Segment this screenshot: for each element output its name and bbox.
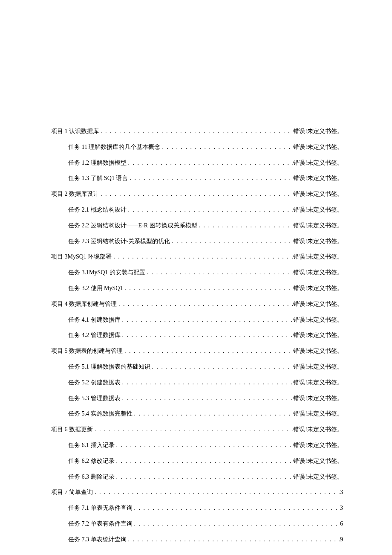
toc-entry-page: 错误!未定义书签。 xyxy=(293,426,343,433)
toc-entry-title: 任务 7.1 单表无条件查询 xyxy=(68,505,133,512)
toc-entry[interactable]: 任务 3.2 使用 MySQ1. . . . . . . . . . . . .… xyxy=(51,281,343,296)
toc-entry-title: 项目 7 简单查询 xyxy=(51,489,93,496)
toc-entry-title: 任务 1.2 理解数据模型 xyxy=(68,160,127,167)
toc-entry[interactable]: 任务 6.3 删除记录. . . . . . . . . . . . . . .… xyxy=(51,469,343,485)
toc-entry-page: 错误!未定义书签。 xyxy=(293,442,343,449)
toc-entry[interactable]: 任务 4.1 创建数据库. . . . . . . . . . . . . . … xyxy=(51,312,343,328)
toc-entry-title: 任务 11 理解数据库的几个基本概念 xyxy=(68,144,160,151)
toc-entry-page: 错误!未定义书签。 xyxy=(293,363,343,371)
toc-entry-title: 任务 6.3 删除记录 xyxy=(68,474,115,481)
toc-entry[interactable]: 任务 1.3 了解 SQ1 语言. . . . . . . . . . . . … xyxy=(51,171,343,186)
toc-entry-title: 任务 7.3 单表统计查询 xyxy=(68,536,127,543)
toc-entry-page: 3 xyxy=(340,505,343,512)
toc-leader-dots: . . . . . . . . . . . . . . . . . . . . … xyxy=(150,363,294,371)
toc-entry[interactable]: 任务 6.1 插入记录. . . . . . . . . . . . . . .… xyxy=(51,438,343,453)
toc-entry-page: 错误!未定义书签。 xyxy=(293,206,343,214)
toc-entry[interactable]: 项目 5 数据表的创建与管理. . . . . . . . . . . . . … xyxy=(51,343,343,359)
toc-entry-title: 任务 5.2 创建数据表 xyxy=(68,379,121,386)
toc-leader-dots: . . . . . . . . . . . . . . . . . . . . … xyxy=(115,458,294,465)
toc-entry-page: 错误!未定义书签。 xyxy=(293,379,343,386)
toc-entry-title: 任务 3.1MySQ1 的安装与配置 xyxy=(68,269,145,276)
toc-entry-page: 错误!未定义书签。 xyxy=(293,222,343,230)
toc-entry[interactable]: 项目 1 认识数据库. . . . . . . . . . . . . . . … xyxy=(51,124,343,139)
toc-leader-dots: . . . . . . . . . . . . . . . . . . . . … xyxy=(99,128,293,135)
toc-leader-dots: . . . . . . . . . . . . . . . . . . . . … xyxy=(197,222,294,230)
toc-entry-title: 项目 3MySQ1 环境部署 xyxy=(51,253,112,261)
toc-entry-page: 错误!未定义书签。 xyxy=(293,332,343,339)
toc-entry-page: 错误!未定义书签。 xyxy=(293,301,343,308)
toc-entry[interactable]: 任务 2.2 逻辑结构设计——E-R 图转换成关系模型. . . . . . .… xyxy=(51,218,343,234)
toc-entry-title: 任务 3.2 使用 MySQ1 xyxy=(68,285,123,292)
toc-entry-title: 任务 4.1 创建数据库 xyxy=(68,317,121,324)
toc-entry-title: 项目 1 认识数据库 xyxy=(51,128,99,135)
toc-entry[interactable]: 任务 4.2 管理数据库. . . . . . . . . . . . . . … xyxy=(51,328,343,343)
toc-entry-page: 3 xyxy=(340,489,343,496)
toc-container: 项目 1 认识数据库. . . . . . . . . . . . . . . … xyxy=(0,0,392,548)
toc-leader-dots: . . . . . . . . . . . . . . . . . . . . … xyxy=(121,379,294,386)
toc-entry[interactable]: 任务 7.2 单表有条件查询. . . . . . . . . . . . . … xyxy=(51,516,343,532)
toc-entry-title: 任务 1.3 了解 SQ1 语言 xyxy=(68,175,128,182)
toc-entry-page: 错误!未定义书签。 xyxy=(293,128,343,135)
toc-entry-title: 任务 5.3 管理数据表 xyxy=(68,395,121,402)
toc-entry[interactable]: 任务 6.2 修改记录. . . . . . . . . . . . . . .… xyxy=(51,453,343,469)
toc-entry-page: 错误!未定义书签。 xyxy=(293,160,343,167)
toc-leader-dots: . . . . . . . . . . . . . . . . . . . . … xyxy=(115,442,294,449)
toc-leader-dots: . . . . . . . . . . . . . . . . . . . . … xyxy=(133,410,294,418)
toc-entry[interactable]: 项目 6 数据更新. . . . . . . . . . . . . . . .… xyxy=(51,422,343,438)
toc-entry-page: 错误!未定义书签。 xyxy=(293,191,343,198)
toc-entry-page: 错误!未定义书签。 xyxy=(293,317,343,324)
toc-entry[interactable]: 任务 2.3 逻辑结构设计-关系模型的优化. . . . . . . . . .… xyxy=(51,234,343,250)
toc-leader-dots: . . . . . . . . . . . . . . . . . . . . … xyxy=(145,269,293,276)
toc-entry[interactable]: 任务 5.3 管理数据表. . . . . . . . . . . . . . … xyxy=(51,391,343,407)
toc-entry[interactable]: 项目 2 数据库设计. . . . . . . . . . . . . . . … xyxy=(51,186,343,202)
toc-entry-page: 错误!未定义书签。 xyxy=(293,253,343,261)
toc-entry-page: 错误!未定义书签。 xyxy=(293,458,343,465)
toc-entry-page: 错误!未定义书签。 xyxy=(293,395,343,402)
toc-entry-title: 项目 2 数据库设计 xyxy=(51,191,99,198)
toc-entry-title: 项目 6 数据更新 xyxy=(51,426,93,433)
toc-entry-page: 6 xyxy=(340,520,343,528)
toc-leader-dots: . . . . . . . . . . . . . . . . . . . . … xyxy=(127,160,294,167)
toc-entry[interactable]: 项目 3MySQ1 环境部署. . . . . . . . . . . . . … xyxy=(51,249,343,265)
toc-entry[interactable]: 任务 2.1 概念结构设计. . . . . . . . . . . . . .… xyxy=(51,202,343,218)
toc-leader-dots: . . . . . . . . . . . . . . . . . . . . … xyxy=(93,489,340,496)
toc-leader-dots: . . . . . . . . . . . . . . . . . . . . … xyxy=(112,253,293,261)
toc-entry[interactable]: 项目 7 简单查询. . . . . . . . . . . . . . . .… xyxy=(51,485,343,500)
toc-entry-title: 任务 6.2 修改记录 xyxy=(68,458,115,465)
toc-entry-title: 任务 5.4 实施数据完整性 xyxy=(68,410,133,418)
toc-entry-title: 任务 2.1 概念结构设计 xyxy=(68,206,127,214)
toc-leader-dots: . . . . . . . . . . . . . . . . . . . . … xyxy=(127,536,340,543)
toc-leader-dots: . . . . . . . . . . . . . . . . . . . . … xyxy=(121,395,294,402)
toc-entry-title: 任务 4.2 管理数据库 xyxy=(68,332,121,339)
toc-entry-page: 错误!未定义书签。 xyxy=(293,348,343,355)
toc-leader-dots: . . . . . . . . . . . . . . . . . . . . … xyxy=(127,206,294,214)
toc-entry-page: 9 xyxy=(340,536,343,543)
toc-entry[interactable]: 任务 11 理解数据库的几个基本概念. . . . . . . . . . . … xyxy=(51,139,343,155)
toc-entry-title: 项目 5 数据表的创建与管理 xyxy=(51,348,123,355)
toc-entry[interactable]: 任务 5.4 实施数据完整性. . . . . . . . . . . . . … xyxy=(51,406,343,422)
toc-leader-dots: . . . . . . . . . . . . . . . . . . . . … xyxy=(170,238,293,245)
toc-leader-dots: . . . . . . . . . . . . . . . . . . . . … xyxy=(123,285,293,292)
toc-entry[interactable]: 任务 7.1 单表无条件查询. . . . . . . . . . . . . … xyxy=(51,500,343,516)
toc-leader-dots: . . . . . . . . . . . . . . . . . . . . … xyxy=(99,191,293,198)
toc-leader-dots: . . . . . . . . . . . . . . . . . . . . … xyxy=(160,144,293,151)
toc-entry[interactable]: 任务 3.1MySQ1 的安装与配置. . . . . . . . . . . … xyxy=(51,265,343,281)
toc-entry[interactable]: 任务 5.2 创建数据表. . . . . . . . . . . . . . … xyxy=(51,375,343,391)
toc-entry[interactable]: 项目 4 数据库创建与管理. . . . . . . . . . . . . .… xyxy=(51,296,343,312)
toc-leader-dots: . . . . . . . . . . . . . . . . . . . . … xyxy=(115,474,294,481)
toc-entry[interactable]: 任务 1.2 理解数据模型. . . . . . . . . . . . . .… xyxy=(51,155,343,171)
toc-entry-title: 任务 2.3 逻辑结构设计-关系模型的优化 xyxy=(68,238,170,245)
toc-entry-title: 任务 7.2 单表有条件查询 xyxy=(68,520,133,528)
toc-leader-dots: . . . . . . . . . . . . . . . . . . . . … xyxy=(93,426,293,433)
toc-entry-page: 错误!未定义书签。 xyxy=(293,474,343,481)
toc-entry-page: 错误!未定义书签。 xyxy=(293,144,343,151)
toc-leader-dots: . . . . . . . . . . . . . . . . . . . . … xyxy=(123,348,293,355)
toc-entry[interactable]: 任务 5.1 理解数据表的基础知识. . . . . . . . . . . .… xyxy=(51,359,343,375)
toc-entry-title: 任务 5.1 理解数据表的基础知识 xyxy=(68,363,150,371)
toc-entry-title: 任务 6.1 插入记录 xyxy=(68,442,115,449)
toc-entry[interactable]: 任务 7.3 单表统计查询. . . . . . . . . . . . . .… xyxy=(51,532,343,548)
toc-leader-dots: . . . . . . . . . . . . . . . . . . . . … xyxy=(117,301,293,308)
toc-entry-page: 错误!未定义书签。 xyxy=(293,175,343,182)
toc-entry-title: 任务 2.2 逻辑结构设计——E-R 图转换成关系模型 xyxy=(68,222,197,230)
toc-entry-page: 错误!未定义书签。 xyxy=(293,410,343,418)
